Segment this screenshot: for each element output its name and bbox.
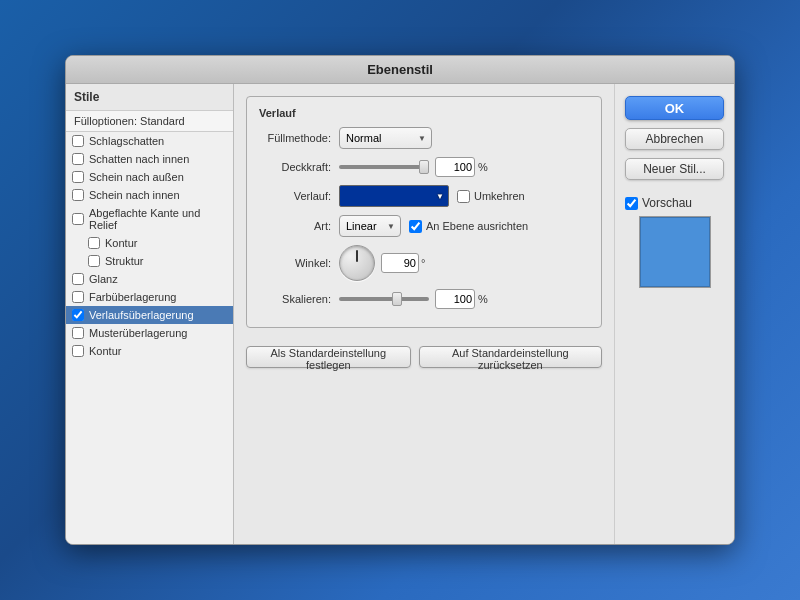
checkbox-farbuberlagerung[interactable]: [72, 291, 84, 303]
main-dialog: Ebenenstil Stile Fülloptionen: Standard …: [65, 55, 735, 545]
preview-section: Vorschau: [625, 196, 724, 288]
checkbox-abgeflachte-kante[interactable]: [72, 213, 84, 225]
umkehren-wrapper: Umkehren: [457, 190, 525, 203]
checkbox-glanz[interactable]: [72, 273, 84, 285]
scale-slider[interactable]: [339, 297, 429, 301]
gradient-label: Verlauf:: [259, 190, 339, 202]
set-default-button[interactable]: Als Standardeinstellung festlegen: [246, 346, 411, 368]
art-select-wrapper[interactable]: Linear Radial Winkel: [339, 215, 401, 237]
label-struktur: Struktur: [105, 255, 144, 267]
gradient-swatch[interactable]: [339, 185, 449, 207]
umkehren-checkbox[interactable]: [457, 190, 470, 203]
scale-row: Skalieren: %: [259, 289, 589, 309]
sidebar-item-abgeflachte-kante[interactable]: Abgeflachte Kante und Relief: [66, 204, 233, 234]
label-abgeflachte-kante: Abgeflachte Kante und Relief: [89, 207, 227, 231]
sidebar-item-schein-nach-innen[interactable]: Schein nach innen: [66, 186, 233, 204]
preview-box: [639, 216, 711, 288]
cancel-button[interactable]: Abbrechen: [625, 128, 724, 150]
label-kontur2: Kontur: [89, 345, 121, 357]
checkbox-schlagschatten[interactable]: [72, 135, 84, 147]
angle-input[interactable]: [381, 253, 419, 273]
checkbox-schein-nach-aussen[interactable]: [72, 171, 84, 183]
opacity-percent: %: [478, 161, 488, 173]
bottom-buttons: Als Standardeinstellung festlegen Auf St…: [246, 346, 602, 368]
fill-method-select[interactable]: Normal Auflösen Multiplizieren: [339, 127, 432, 149]
checkbox-struktur[interactable]: [88, 255, 100, 267]
label-kontur1: Kontur: [105, 237, 137, 249]
fill-method-label: Füllmethode:: [259, 132, 339, 144]
styles-list: SchlagschattenSchatten nach innenSchein …: [66, 132, 233, 360]
sidebar-item-schein-nach-aussen[interactable]: Schein nach außen: [66, 168, 233, 186]
preview-label: Vorschau: [642, 196, 692, 210]
ok-button[interactable]: OK: [625, 96, 724, 120]
sidebar-item-farbuberlagerung[interactable]: Farbüberlagerung: [66, 288, 233, 306]
an-ebene-label: An Ebene ausrichten: [426, 220, 528, 232]
label-farbuberlagerung: Farbüberlagerung: [89, 291, 176, 303]
preview-label-wrapper: Vorschau: [625, 196, 692, 210]
label-schlagschatten: Schlagschatten: [89, 135, 164, 147]
checkbox-schein-nach-innen[interactable]: [72, 189, 84, 201]
fill-method-select-wrapper[interactable]: Normal Auflösen Multiplizieren: [339, 127, 432, 149]
styles-header: Stile: [66, 84, 233, 111]
sidebar-item-kontur1[interactable]: Kontur: [66, 234, 233, 252]
checkbox-verlaufsuberlagerung[interactable]: [72, 309, 84, 321]
opacity-slider[interactable]: [339, 165, 429, 169]
settings-panel: Verlauf Füllmethode: Normal Auflösen Mul…: [234, 84, 614, 544]
checkbox-musteruberlagerung[interactable]: [72, 327, 84, 339]
angle-dial[interactable]: [339, 245, 375, 281]
preview-checkbox[interactable]: [625, 197, 638, 210]
art-row: Art: Linear Radial Winkel An Ebene ausri…: [259, 215, 589, 237]
angle-row: Winkel: °: [259, 245, 589, 281]
scale-label: Skalieren:: [259, 293, 339, 305]
dialog-titlebar: Ebenenstil: [66, 56, 734, 84]
sidebar-item-verlaufsuberlagerung[interactable]: Verlaufsüberlagerung: [66, 306, 233, 324]
reset-default-button[interactable]: Auf Standardeinstellung zurücksetzen: [419, 346, 602, 368]
checkbox-kontur2[interactable]: [72, 345, 84, 357]
opacity-input[interactable]: [435, 157, 475, 177]
label-musteruberlagerung: Musterüberlagerung: [89, 327, 187, 339]
degree-label: °: [421, 257, 425, 269]
checkbox-kontur1[interactable]: [88, 237, 100, 249]
dialog-title: Ebenenstil: [367, 62, 433, 77]
art-select[interactable]: Linear Radial Winkel: [339, 215, 401, 237]
fill-method-row: Füllmethode: Normal Auflösen Multiplizie…: [259, 127, 589, 149]
fill-options-label: Fülloptionen: Standard: [66, 111, 233, 132]
gradient-overlay-group: Verlauf Füllmethode: Normal Auflösen Mul…: [246, 96, 602, 328]
scale-percent: %: [478, 293, 488, 305]
umkehren-label: Umkehren: [474, 190, 525, 202]
sidebar-item-musteruberlagerung[interactable]: Musterüberlagerung: [66, 324, 233, 342]
opacity-label: Deckkraft:: [259, 161, 339, 173]
gradient-row: Verlauf: Umkehren: [259, 185, 589, 207]
an-ebene-wrapper: An Ebene ausrichten: [409, 220, 528, 233]
label-schein-nach-aussen: Schein nach außen: [89, 171, 184, 183]
label-schein-nach-innen: Schein nach innen: [89, 189, 180, 201]
art-label: Art:: [259, 220, 339, 232]
opacity-row: Deckkraft: %: [259, 157, 589, 177]
label-glanz: Glanz: [89, 273, 118, 285]
sidebar-item-kontur2[interactable]: Kontur: [66, 342, 233, 360]
label-schatten-nach-innen: Schatten nach innen: [89, 153, 189, 165]
label-verlaufsuberlagerung: Verlaufsüberlagerung: [89, 309, 194, 321]
scale-input[interactable]: [435, 289, 475, 309]
right-buttons-panel: OK Abbrechen Neuer Stil... Vorschau: [614, 84, 734, 544]
sidebar-item-schlagschatten[interactable]: Schlagschatten: [66, 132, 233, 150]
sidebar-item-glanz[interactable]: Glanz: [66, 270, 233, 288]
checkbox-schatten-nach-innen[interactable]: [72, 153, 84, 165]
group-title: Verlauf: [259, 107, 589, 119]
styles-panel: Stile Fülloptionen: Standard Schlagschat…: [66, 84, 234, 544]
sidebar-item-schatten-nach-innen[interactable]: Schatten nach innen: [66, 150, 233, 168]
dialog-body: Stile Fülloptionen: Standard Schlagschat…: [66, 84, 734, 544]
sidebar-item-struktur[interactable]: Struktur: [66, 252, 233, 270]
an-ebene-checkbox[interactable]: [409, 220, 422, 233]
angle-label: Winkel:: [259, 257, 339, 269]
new-style-button[interactable]: Neuer Stil...: [625, 158, 724, 180]
